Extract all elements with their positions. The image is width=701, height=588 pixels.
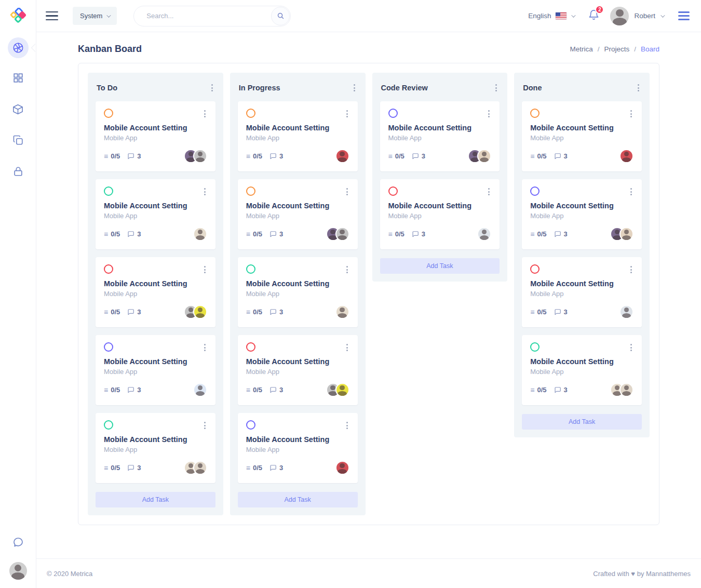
breadcrumb-item[interactable]: Metrica (570, 45, 592, 53)
sidebar-item-authentication[interactable] (0, 157, 36, 188)
member-avatar[interactable] (193, 149, 207, 163)
search-button[interactable] (271, 7, 290, 25)
task-card[interactable]: Mobile Account Setting Mobile App ≡ 0/5 … (96, 179, 215, 249)
task-card[interactable]: Mobile Account Setting Mobile App ≡ 0/5 … (238, 335, 358, 405)
app-logo[interactable] (0, 0, 36, 32)
task-card[interactable]: Mobile Account Setting Mobile App ≡ 0/5 … (96, 101, 215, 171)
member-avatar[interactable] (335, 227, 349, 241)
column-menu-icon[interactable] (210, 83, 214, 93)
card-title: Mobile Account Setting (530, 357, 633, 366)
task-card[interactable]: Mobile Account Setting Mobile App ≡ 0/5 … (522, 257, 642, 327)
member-avatar[interactable] (193, 305, 207, 319)
member-avatar[interactable] (477, 227, 491, 241)
member-avatar[interactable] (619, 383, 633, 397)
column-menu-icon[interactable] (494, 83, 498, 93)
add-task-button[interactable]: Add Task (380, 258, 500, 274)
card-title: Mobile Account Setting (246, 124, 349, 132)
tasks-progress: ≡ 0/5 (246, 152, 262, 160)
task-card[interactable]: Mobile Account Setting Mobile App ≡ 0/5 … (522, 101, 642, 171)
column-menu-icon[interactable] (636, 83, 641, 93)
member-avatar[interactable] (335, 305, 349, 319)
card-menu-icon[interactable] (345, 420, 349, 431)
card-subtitle: Mobile App (246, 368, 349, 376)
member-avatar[interactable] (193, 227, 207, 241)
task-card[interactable]: Mobile Account Setting Mobile App ≡ 0/5 … (238, 257, 358, 327)
member-avatar[interactable] (335, 149, 349, 163)
card-menu-icon[interactable] (487, 186, 491, 197)
add-task-button[interactable]: Add Task (96, 492, 215, 507)
card-menu-icon[interactable] (629, 342, 633, 353)
sidebar-item-components[interactable] (0, 95, 36, 126)
task-card[interactable]: Mobile Account Setting Mobile App ≡ 0/5 … (96, 335, 215, 405)
member-avatar[interactable] (619, 227, 633, 241)
task-card[interactable]: Mobile Account Setting Mobile App ≡ 0/5 … (96, 257, 215, 327)
member-avatar[interactable] (619, 305, 633, 319)
card-menu-icon[interactable] (203, 342, 207, 353)
user-menu[interactable]: Robert (610, 7, 664, 25)
column-header: To Do (96, 81, 215, 93)
member-avatar[interactable] (335, 383, 349, 397)
card-title: Mobile Account Setting (388, 202, 492, 210)
list-icon: ≡ (388, 231, 393, 238)
notifications-button[interactable]: 2 (588, 9, 600, 23)
add-task-button[interactable]: Add Task (238, 492, 358, 507)
card-menu-icon[interactable] (345, 264, 349, 275)
task-card[interactable]: Mobile Account Setting Mobile App ≡ 0/5 … (522, 179, 642, 249)
card-menu-icon[interactable] (203, 264, 207, 275)
kanban-column: Done Mobile Account Setting Mobile App ≡… (514, 73, 650, 437)
member-avatar[interactable] (619, 149, 633, 163)
comments: 3 (269, 230, 283, 238)
member-avatar[interactable] (335, 461, 349, 475)
task-card[interactable]: Mobile Account Setting Mobile App ≡ 0/5 … (96, 413, 215, 483)
member-avatar[interactable] (193, 383, 207, 397)
page-title: Kanban Board (78, 44, 142, 55)
search-input[interactable] (133, 6, 291, 26)
notification-badge: 2 (595, 5, 604, 14)
breadcrumb-item[interactable]: Projects (604, 45, 629, 53)
card-menu-icon[interactable] (345, 186, 349, 197)
chat-icon[interactable] (12, 536, 24, 551)
member-avatar[interactable] (477, 149, 491, 163)
comment-icon (127, 231, 134, 238)
sidebar-toggle-button[interactable] (46, 11, 58, 21)
task-card[interactable]: Mobile Account Setting Mobile App ≡ 0/5 … (238, 179, 358, 249)
system-dropdown[interactable]: System (73, 7, 117, 25)
column-title: Code Review (381, 84, 428, 92)
card-title: Mobile Account Setting (530, 202, 633, 210)
card-menu-icon[interactable] (629, 109, 633, 119)
aperture-icon (8, 37, 29, 58)
sidebar-user-avatar[interactable] (9, 562, 27, 580)
card-menu-icon[interactable] (629, 264, 633, 275)
task-card[interactable]: Mobile Account Setting Mobile App ≡ 0/5 … (522, 335, 642, 405)
add-task-button[interactable]: Add Task (522, 414, 642, 430)
card-top-row (104, 264, 207, 275)
user-name: Robert (634, 12, 655, 20)
footer: © 2020 Metrica Crafted with ♥ by Mannatt… (36, 558, 701, 588)
topbar: System English (36, 0, 701, 32)
status-ring-icon (530, 342, 540, 352)
language-selector[interactable]: English (528, 12, 574, 20)
card-menu-icon[interactable] (487, 109, 491, 119)
column-menu-icon[interactable] (352, 83, 357, 93)
sidebar-item-pages[interactable] (0, 126, 36, 157)
column-header: Done (522, 81, 642, 93)
tasks-count: 0/5 (537, 152, 546, 160)
task-card[interactable]: Mobile Account Setting Mobile App ≡ 0/5 … (238, 101, 358, 171)
task-card[interactable]: Mobile Account Setting Mobile App ≡ 0/5 … (238, 413, 358, 483)
card-menu-icon[interactable] (345, 342, 349, 353)
card-menu-icon[interactable] (345, 109, 349, 119)
card-menu-icon[interactable] (629, 186, 633, 197)
sidebar-item-apps[interactable] (0, 63, 36, 95)
tasks-progress: ≡ 0/5 (246, 308, 262, 316)
chevron-down-icon (107, 13, 111, 17)
comments: 3 (554, 308, 568, 316)
task-card[interactable]: Mobile Account Setting Mobile App ≡ 0/5 … (380, 101, 500, 171)
card-menu-icon[interactable] (203, 186, 207, 197)
card-menu-icon[interactable] (203, 109, 207, 119)
settings-menu-button[interactable] (678, 11, 690, 20)
task-card[interactable]: Mobile Account Setting Mobile App ≡ 0/5 … (380, 179, 500, 249)
card-menu-icon[interactable] (203, 420, 207, 431)
comment-icon (269, 386, 277, 394)
member-avatar[interactable] (193, 461, 207, 475)
sidebar-item-dashboard[interactable] (0, 32, 36, 63)
